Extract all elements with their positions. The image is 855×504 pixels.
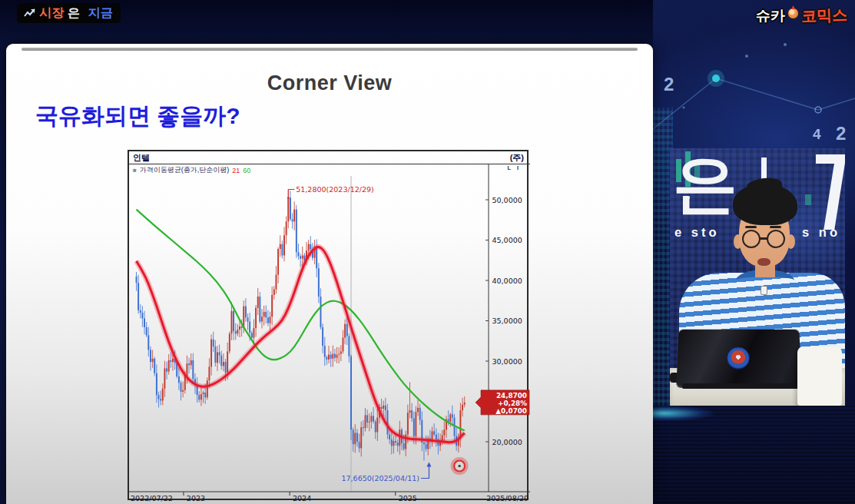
- ma60-line: [137, 210, 465, 431]
- legend-period-60: 60: [243, 167, 250, 174]
- slide-top-rule: [22, 48, 638, 51]
- mascot-icon: [787, 8, 799, 19]
- chart-interval-label: (주): [510, 152, 524, 164]
- background-digit: 4: [813, 126, 821, 143]
- chart-toolbar-buttons: L I: [507, 164, 521, 171]
- glasses-lens: [767, 230, 785, 248]
- laptop-sticker: [727, 347, 750, 370]
- backdrop-sign-glyph: [816, 154, 845, 230]
- eyebrow: [770, 226, 781, 228]
- chart-legend: ■ 가격이동평균(종가,단순이평) 21 60: [133, 165, 250, 175]
- white-cup-object: [797, 346, 842, 406]
- intel-weekly-chart: 51,2800(2023/12/29)17,6650(2025/04/11)50…: [128, 150, 529, 500]
- badge-text-eun: 은: [68, 5, 81, 22]
- logo-text-comics: 코믹스: [801, 5, 848, 27]
- svg-text:45,0000: 45,0000: [492, 236, 522, 244]
- high-annotation: 51,2800(2023/12/29): [287, 185, 374, 199]
- svg-text:2022/07/22: 2022/07/22: [131, 494, 173, 502]
- channel-logo: 슈카 코믹스: [756, 5, 847, 26]
- presentation-slide: Corner View 국유화되면 좋을까? 51,2800(2023/12/2…: [6, 44, 653, 504]
- svg-text:20,0000: 20,0000: [492, 438, 522, 446]
- slide-heading: 국유화되면 좋을까?: [35, 101, 240, 132]
- broadcast-frame: 2 4 2 시장은지금 슈카 코믹스 Corner View 국유화되면 좋을까…: [0, 0, 855, 504]
- logo-text-shuka: 슈카: [756, 6, 785, 26]
- svg-text:2024: 2024: [293, 494, 311, 502]
- program-title-badge: 시장은지금: [17, 3, 121, 23]
- glasses-lens: [742, 230, 761, 248]
- svg-text:2025: 2025: [399, 494, 417, 502]
- svg-text:+0,28%: +0,28%: [498, 400, 527, 407]
- chart-canvas: 51,2800(2023/12/29)17,6650(2025/04/11)50…: [129, 151, 530, 502]
- svg-text:35,0000: 35,0000: [492, 317, 522, 325]
- x-axis-labels: 2022/07/222023202420252025/08/29: [131, 492, 529, 502]
- chart-up-icon: [24, 8, 36, 18]
- low-annotation: 17,6650(2025/04/11): [342, 463, 432, 482]
- laptop-lid: [676, 330, 801, 388]
- background-digit: 2: [836, 123, 846, 144]
- svg-text:17,6650(2025/04/11): 17,6650(2025/04/11): [342, 474, 419, 482]
- svg-text:51,2800(2023/12/29): 51,2800(2023/12/29): [296, 185, 373, 194]
- price-badge: 24,8700+0,28%▲0,0700: [476, 390, 529, 415]
- svg-text:30,0000: 30,0000: [492, 357, 522, 366]
- laptop-base: [682, 383, 799, 389]
- hair: [733, 184, 797, 225]
- legend-marker-icon: ■: [133, 167, 137, 174]
- backdrop-korean-letter: 은: [673, 151, 737, 216]
- svg-text:50,0000: 50,0000: [492, 196, 522, 204]
- svg-text:2025/08/29: 2025/08/29: [486, 494, 529, 502]
- mouth: [757, 258, 770, 266]
- eyebrow: [745, 226, 757, 228]
- badge-text-now: 지금: [88, 5, 114, 22]
- svg-text:24,8700: 24,8700: [496, 392, 527, 400]
- plot-area: [136, 176, 466, 492]
- legend-label: 가격이동평균(종가,단순이평): [140, 165, 230, 175]
- backdrop-text-right: s no: [802, 225, 840, 240]
- slide-title: Corner View: [6, 71, 653, 95]
- clip-microphone: [761, 286, 767, 295]
- circle-annotation: [452, 459, 466, 473]
- svg-text:▲0,0700: ▲0,0700: [495, 407, 527, 415]
- svg-text:40,0000: 40,0000: [492, 277, 522, 285]
- badge-text-market: 시장: [39, 5, 65, 22]
- background-digit: 2: [664, 74, 674, 95]
- candles-layer: [136, 190, 466, 461]
- chart-symbol-name: 인텔: [133, 152, 150, 164]
- svg-text:2023: 2023: [187, 494, 205, 502]
- led-bar: [805, 194, 811, 205]
- scanline-texture: [653, 406, 855, 504]
- glasses-bridge: [760, 237, 767, 240]
- webcam-overlay: 은 2 e sto s no: [670, 148, 845, 406]
- backdrop-text-left: e sto: [674, 225, 720, 240]
- legend-period-21: 21: [232, 167, 240, 174]
